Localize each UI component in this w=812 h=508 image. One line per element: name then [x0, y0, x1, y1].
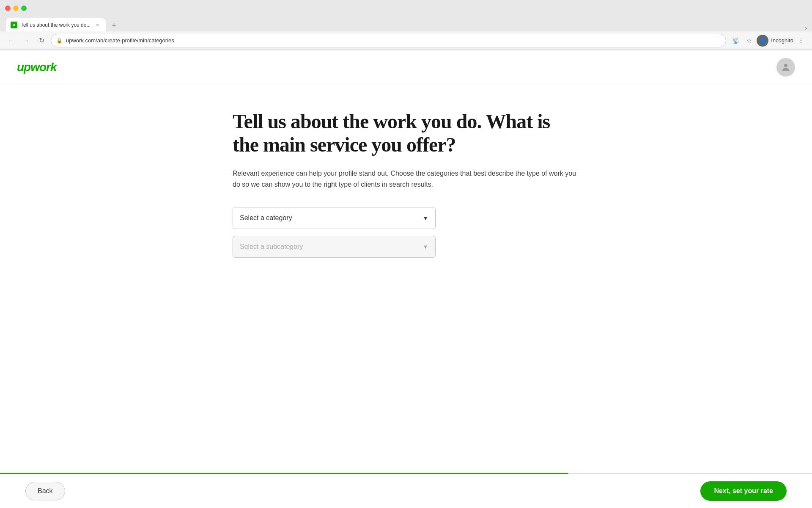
tab-new-button[interactable]: + — [108, 19, 120, 31]
tab-favicon: u — [11, 22, 17, 28]
lock-icon: 🔒 — [56, 38, 63, 44]
star-icon-button[interactable]: ☆ — [743, 35, 755, 47]
cast-icon-button[interactable]: 📡 — [730, 35, 741, 47]
tab-end-arrow: › — [805, 25, 807, 31]
category-dropdown[interactable]: Select a category ▼ — [233, 207, 436, 229]
page-description: Relevant experience can help your profil… — [233, 168, 579, 190]
next-button[interactable]: Next, set your rate — [700, 481, 787, 501]
bottom-bar: Back Next, set your rate — [0, 474, 812, 508]
page-container: upwork Tell us about the work you do. Wh… — [0, 50, 812, 475]
toolbar-actions: 📡 ☆ 👤 Incognito ⋮ — [730, 35, 807, 47]
browser-toolbar: ← → ↻ 🔒 upwork.com/ab/create-profile/min… — [0, 31, 812, 50]
incognito-button[interactable]: 👤 Incognito — [757, 35, 793, 47]
subcategory-dropdown-label: Select a subcategory — [240, 243, 303, 251]
dropdown-container: Select a category ▼ Select a subcategory… — [233, 207, 436, 258]
address-bar[interactable]: 🔒 upwork.com/ab/create-profile/min/categ… — [51, 34, 726, 47]
browser-chrome: u Tell us about the work you do... × + ›… — [0, 0, 812, 50]
back-button[interactable]: Back — [25, 482, 65, 500]
url-text: upwork.com/ab/create-profile/min/categor… — [66, 37, 721, 44]
subcategory-dropdown[interactable]: Select a subcategory ▼ — [233, 236, 436, 258]
nav-forward-button[interactable]: → — [20, 35, 32, 47]
incognito-label: Incognito — [771, 37, 793, 44]
traffic-light-minimize[interactable] — [13, 6, 19, 11]
user-avatar-button[interactable] — [776, 58, 795, 77]
site-header: upwork — [0, 50, 812, 84]
more-options-button[interactable]: ⋮ — [795, 35, 807, 47]
nav-back-button[interactable]: ← — [5, 35, 17, 47]
traffic-light-fullscreen[interactable] — [21, 6, 27, 11]
page-heading: Tell us about the work you do. What is t… — [233, 110, 579, 156]
browser-tab-active[interactable]: u Tell us about the work you do... × — [5, 18, 106, 31]
incognito-icon: 👤 — [757, 35, 768, 47]
category-dropdown-label: Select a category — [240, 214, 292, 222]
tab-close-button[interactable]: × — [94, 22, 101, 28]
main-content: Tell us about the work you do. What is t… — [216, 84, 596, 275]
subcategory-dropdown-arrow: ▼ — [422, 243, 428, 250]
upwork-logo: upwork — [17, 61, 57, 74]
nav-refresh-button[interactable]: ↻ — [36, 35, 47, 47]
browser-titlebar — [0, 0, 812, 16]
tab-bar: u Tell us about the work you do... × + › — [0, 16, 812, 31]
category-dropdown-arrow: ▼ — [422, 215, 428, 221]
traffic-light-close[interactable] — [5, 6, 11, 11]
svg-point-0 — [784, 64, 787, 67]
tab-title: Tell us about the work you do... — [21, 22, 91, 28]
traffic-lights — [5, 6, 27, 11]
